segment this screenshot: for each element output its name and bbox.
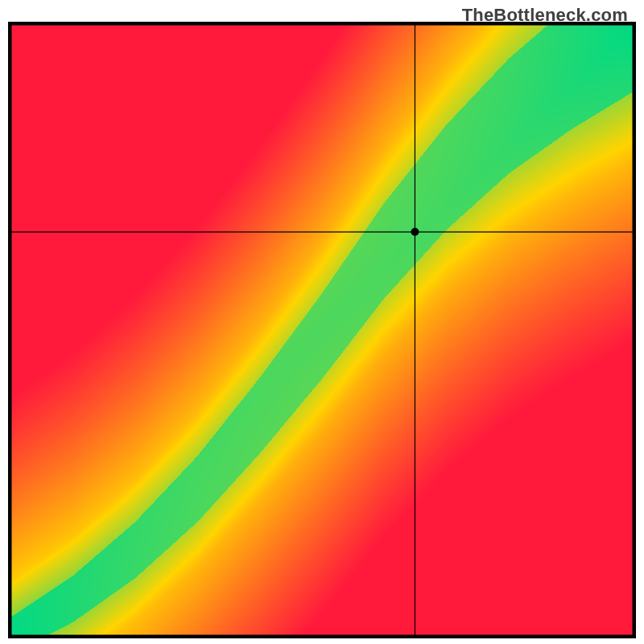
- watermark: TheBottleneck.com: [462, 5, 628, 26]
- bottleneck-heatmap: [0, 0, 644, 644]
- heatmap-canvas: [0, 0, 644, 644]
